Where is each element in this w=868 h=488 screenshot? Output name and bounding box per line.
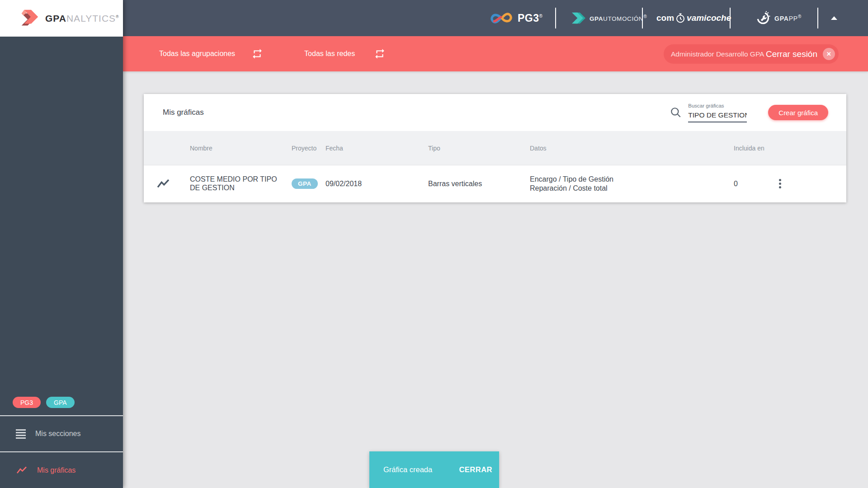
pg3-label: PG3®	[518, 12, 542, 24]
logout-button[interactable]: Cerrar sesión	[766, 49, 817, 59]
card-header: Mis gráficas Buscar gráficas Crear gráfi…	[144, 94, 846, 131]
data-line-1: Encargo / Tipo de Gestión	[530, 175, 734, 184]
sections-list-icon	[16, 429, 26, 439]
gpapp-logo[interactable]: GPAPP®	[756, 0, 802, 36]
search-input[interactable]	[688, 110, 747, 122]
date-cell: 09/02/2018	[326, 180, 428, 188]
pg3-infinity-icon	[490, 11, 513, 25]
user-name: Administrador Desarrollo GPA	[671, 50, 764, 58]
swap-groupings-icon[interactable]	[251, 48, 263, 60]
create-chart-button[interactable]: Crear gráfica	[768, 105, 828, 120]
data-line-2: Reparación / Coste total	[530, 184, 734, 193]
filter-bar: Todas las agrupaciones Todas las redes A…	[123, 36, 868, 71]
gpautomocion-arrow-icon	[572, 11, 585, 25]
separator	[817, 8, 818, 28]
row-menu-kebab-icon[interactable]	[776, 179, 783, 188]
project-cell: GPA	[292, 178, 326, 189]
gpautomocion-logo[interactable]: GPAUTOMOCIÓN®	[572, 0, 647, 36]
separator	[642, 8, 643, 28]
search-icon[interactable]	[670, 107, 682, 118]
sidebar-item-mis-graficas[interactable]: Mis gráficas	[0, 451, 123, 488]
data-cell: Encargo / Tipo de Gestión Reparación / C…	[530, 175, 734, 193]
gpapp-label: GPAPP®	[774, 14, 802, 22]
separator	[730, 8, 731, 28]
column-header-nombre: Nombre	[190, 145, 292, 152]
pg3-logo[interactable]: PG3®	[490, 0, 542, 36]
top-app-bar: PG3® GPAUTOMOCIÓN® com vamicoche GPAPP®	[0, 0, 868, 36]
column-header-proyecto: Proyecto	[292, 145, 326, 152]
my-charts-card: Mis gráficas Buscar gráficas Crear gráfi…	[144, 94, 846, 202]
comprova-label-left: com	[656, 13, 674, 23]
comprovamicoche-logo[interactable]: com vamicoche	[656, 0, 731, 36]
pg3-badge[interactable]: PG3	[13, 397, 41, 408]
user-session-pill: Administrador Desarrollo GPA Cerrar sesi…	[664, 44, 839, 64]
separator	[555, 8, 556, 28]
groupings-filter-label[interactable]: Todas las agrupaciones	[159, 50, 235, 58]
search-field-wrap: Buscar gráficas	[688, 103, 747, 122]
snackbar-toast: Gráfica creada CERRAR	[369, 451, 499, 488]
included-in-cell: 0	[734, 180, 776, 188]
stopwatch-icon	[675, 13, 686, 23]
type-cell: Barras verticales	[428, 180, 530, 188]
sidebar-item-label: Mis secciones	[35, 430, 80, 438]
swap-networks-icon[interactable]	[374, 48, 386, 60]
toast-close-button[interactable]: CERRAR	[459, 465, 492, 474]
column-header-datos: Datos	[530, 145, 734, 152]
card-controls: Buscar gráficas Crear gráfica	[670, 94, 828, 131]
gpanalytics-arrow-icon	[18, 8, 41, 29]
column-header-fecha: Fecha	[326, 145, 428, 152]
close-session-icon[interactable]: ✕	[823, 48, 835, 60]
line-chart-icon	[16, 466, 28, 475]
gpanalytics-logo[interactable]: GPANALYTICS®	[0, 0, 123, 37]
networks-filter-label[interactable]: Todas las redes	[304, 50, 355, 58]
gpapp-wrench-icon	[756, 11, 771, 25]
column-header-tipo: Tipo	[428, 145, 530, 152]
sidebar: GPANALYTICS® PG3 GPA Mis secciones Mis g…	[0, 0, 123, 488]
gpautomocion-label: GPAUTOMOCIÓN®	[590, 14, 647, 22]
chart-name: COSTE MEDIO POR TIPO DE GESTION	[190, 175, 287, 192]
collapse-arrow-icon[interactable]	[831, 16, 837, 20]
sidebar-item-label: Mis gráficas	[37, 466, 75, 474]
gpa-badge[interactable]: GPA	[46, 397, 75, 408]
line-chart-icon	[156, 178, 170, 189]
table-header-row: Nombre Proyecto Fecha Tipo Datos Incluid…	[144, 131, 846, 165]
toast-message: Gráfica creada	[383, 465, 432, 474]
comprova-label-right: vamicoche	[687, 13, 731, 23]
sidebar-item-mis-secciones[interactable]: Mis secciones	[0, 415, 123, 451]
project-badge: GPA	[292, 178, 318, 189]
search-field-label: Buscar gráficas	[688, 103, 724, 108]
page-title: Mis gráficas	[163, 94, 204, 131]
column-header-incluida-en: Incluida en	[734, 145, 776, 152]
platform-badges: PG3 GPA	[13, 397, 75, 408]
gpanalytics-wordmark: GPANALYTICS®	[45, 13, 119, 24]
table-row[interactable]: COSTE MEDIO POR TIPO DE GESTION GPA 09/0…	[144, 165, 846, 202]
